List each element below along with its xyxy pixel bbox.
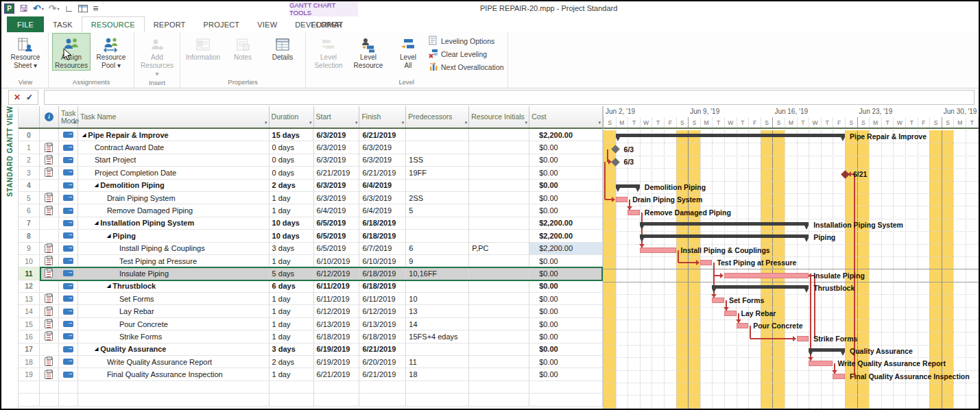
tab-file[interactable]: FILE — [7, 16, 44, 32]
column-header-res[interactable]: Resource Initials▾ — [469, 106, 529, 128]
cell-mode[interactable] — [59, 180, 78, 192]
cell-mode[interactable] — [59, 204, 78, 217]
cell-cost[interactable]: $0.00 — [529, 305, 603, 317]
cell-start[interactable]: 6/5/2019 — [314, 230, 360, 242]
cell-name[interactable]: Install Piping & Couplings — [78, 243, 270, 255]
cell-id[interactable]: 2 — [19, 154, 40, 167]
cell-start[interactable]: 6/12/2019 — [314, 305, 360, 317]
cell-res[interactable] — [469, 167, 529, 179]
cell-pred[interactable]: 6 — [406, 243, 469, 255]
tab-report[interactable]: REPORT — [145, 16, 195, 32]
cell-mode[interactable] — [59, 343, 78, 356]
cell-id[interactable]: 16 — [19, 330, 40, 343]
cell-res[interactable] — [469, 217, 529, 230]
cell-res[interactable] — [469, 280, 529, 293]
task-bar[interactable] — [724, 311, 737, 316]
cell-start[interactable]: 6/11/2019 — [314, 293, 360, 305]
cell-ind[interactable] — [40, 368, 59, 381]
cell-cost[interactable]: $2,200.00 — [529, 217, 603, 230]
tab-project[interactable]: PROJECT — [195, 16, 249, 32]
resource-pool-button[interactable]: ResourcePool ▾ — [92, 33, 130, 71]
resource-sheet-button[interactable]: ResourceSheet ▾ — [6, 33, 45, 71]
cell-start[interactable]: 6/13/2019 — [314, 318, 360, 330]
cell-mode[interactable] — [59, 217, 78, 230]
cell-fin[interactable]: 6/13/2019 — [359, 318, 406, 330]
sparkline-icon[interactable]: ∟ — [64, 3, 74, 14]
cell-ind[interactable] — [40, 192, 59, 204]
cell-id[interactable]: 4 — [19, 180, 40, 192]
cell-name[interactable]: Start Project — [78, 154, 270, 167]
entry-bar-input[interactable] — [44, 90, 975, 105]
cell-id[interactable]: 7 — [19, 217, 40, 230]
cell-dur[interactable]: 1 day — [270, 368, 314, 381]
collapse-icon[interactable]: ◢ — [82, 132, 86, 138]
cell-fin[interactable]: 6/18/2019 — [359, 280, 406, 293]
cell-pred[interactable]: 9 — [406, 255, 469, 267]
cell-start[interactable]: 6/3/2019 — [314, 180, 360, 192]
cell-ind[interactable] — [40, 230, 59, 242]
column-header-fin[interactable]: Finish▾ — [359, 106, 406, 128]
cell-dur[interactable]: 1 day — [270, 293, 314, 305]
project-logo-icon[interactable]: P — [4, 3, 14, 14]
cell-pred[interactable] — [406, 129, 469, 141]
cell-pred[interactable]: 2SS — [406, 192, 469, 204]
save-icon[interactable]: 🖫 — [19, 3, 28, 14]
details-button[interactable]: Details — [263, 33, 302, 62]
cell-cost[interactable]: $0.00 — [529, 368, 603, 381]
cell-id[interactable]: 9 — [19, 243, 40, 255]
collapse-icon[interactable]: ◢ — [95, 220, 98, 226]
cell-name[interactable]: ◢Installation Piping System — [78, 217, 270, 230]
cell-fin[interactable]: 6/11/2019 — [359, 293, 406, 305]
cell-pred[interactable]: 5 — [406, 204, 469, 217]
cell-dur[interactable]: 2 days — [270, 180, 314, 192]
cell-fin[interactable]: 6/21/2019 — [359, 167, 406, 179]
cell-cost[interactable]: $2,200.00 — [529, 230, 603, 242]
cell-start[interactable]: 6/3/2019 — [314, 154, 360, 167]
cell-dur[interactable]: 0 days — [270, 141, 314, 154]
cell-mode[interactable] — [59, 255, 78, 267]
summary-bar[interactable] — [809, 348, 845, 352]
cell-name[interactable]: Project Completion Date — [78, 167, 270, 179]
clear-leveling-button[interactable]: Clear Leveling — [429, 49, 504, 60]
next-overallocation-button[interactable]: Next Overallocation — [429, 62, 504, 73]
cell-name[interactable]: Final Quality Assurance Inspection — [78, 368, 270, 381]
cell-mode[interactable] — [59, 167, 78, 179]
task-bar[interactable] — [616, 197, 628, 202]
cell-name[interactable]: Pour Concrete — [78, 318, 270, 330]
cell-res[interactable] — [469, 318, 529, 330]
cell-mode[interactable] — [59, 368, 78, 381]
column-header-name[interactable]: Task Name▾ — [78, 106, 270, 128]
column-header-cost[interactable]: Cost▾ — [529, 106, 603, 128]
cell-id[interactable]: 18 — [19, 356, 40, 368]
column-header-id[interactable] — [19, 106, 40, 128]
tab-format[interactable]: FORMAT — [301, 16, 353, 32]
cell-fin[interactable]: 6/4/2019 — [359, 180, 406, 192]
cell-ind[interactable] — [40, 280, 59, 293]
level-all-button[interactable]: LevelAll — [389, 33, 427, 71]
summary-bar[interactable] — [616, 134, 845, 137]
cell-ind[interactable] — [40, 356, 59, 368]
cell-start[interactable]: 6/5/2019 — [314, 217, 360, 230]
column-header-ind[interactable]: i — [40, 106, 59, 128]
cell-id[interactable]: 11 — [19, 267, 40, 280]
cell-dur[interactable]: 0 days — [270, 167, 314, 179]
cell-mode[interactable] — [59, 330, 78, 343]
cell-dur[interactable]: 1 day — [270, 330, 314, 343]
cell-start[interactable]: 6/21/2019 — [314, 368, 360, 381]
cancel-icon[interactable]: ✕ — [14, 93, 21, 102]
cell-fin[interactable]: 6/7/2019 — [359, 243, 406, 255]
cell-start[interactable]: 6/19/2019 — [314, 343, 360, 356]
cell-cost[interactable]: $0.00 — [529, 356, 603, 368]
cell-id[interactable]: 1 — [19, 141, 40, 154]
cell-pred[interactable]: 15FS+4 edays — [406, 330, 469, 343]
cell-fin[interactable]: 6/21/2019 — [359, 368, 406, 381]
cell-res[interactable] — [469, 141, 529, 154]
cell-dur[interactable]: 1 day — [270, 192, 314, 204]
task-bar[interactable] — [833, 374, 845, 379]
cell-pred[interactable] — [406, 230, 469, 242]
cell-res[interactable] — [469, 192, 529, 204]
cell-id[interactable]: 14 — [19, 305, 40, 317]
tab-view[interactable]: VIEW — [248, 16, 286, 32]
cell-pred[interactable]: 18 — [406, 368, 469, 381]
cell-pred[interactable] — [406, 141, 469, 154]
